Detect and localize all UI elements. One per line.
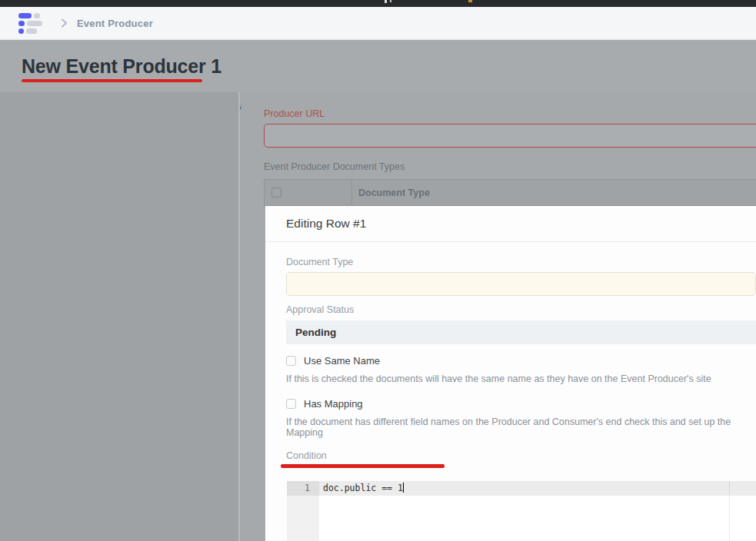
column-header-document-type: Document Type [352,180,756,205]
title-bar: New Event Producer 1 Not Saved [0,40,756,92]
select-all-cell [265,180,352,205]
chevron-right-icon [58,18,69,28]
document-types-section-label: Event Producer Document Types [264,161,405,172]
panel-body: Document Type Approval Status Pending Us… [286,243,756,541]
use-same-name-row[interactable]: Use Same Name [286,355,756,367]
approval-status-label: Approval Status [286,304,756,315]
has-mapping-label: Has Mapping [304,398,363,410]
editing-row-panel: Editing Row #1 Document Type Approval St… [265,206,756,541]
app-logo-icon[interactable] [18,13,45,34]
browser-top-strip [0,0,756,7]
approval-status-value: Pending [286,320,756,344]
producer-url-label: Producer URL [264,108,325,119]
use-same-name-label: Use Same Name [304,355,380,367]
has-mapping-row[interactable]: Has Mapping [286,398,756,410]
annotation-underline-code [281,464,445,468]
text-cursor-icon [403,483,405,493]
editor-line-number: 1 [287,483,310,493]
breadcrumb[interactable]: Event Producer [77,18,153,29]
panel-title: Editing Row #1 [286,217,366,231]
use-same-name-checkbox[interactable] [286,356,296,366]
has-mapping-help: If the document has different field name… [286,417,756,438]
select-all-checkbox[interactable] [271,188,281,197]
use-same-name-help: If this is checked the documents will ha… [286,373,756,384]
editor-code-line[interactable]: doc.public == 1 [323,483,404,493]
annotation-underline-title [22,79,202,82]
panel-header: Editing Row #1 [265,206,756,242]
document-type-label: Document Type [286,257,756,267]
page-title: New Event Producer 1 [22,55,221,78]
condition-code-editor[interactable]: 1 doc.public == 1 [287,481,756,541]
document-type-input[interactable] [286,272,756,296]
document-types-table-header: Document Type [264,179,756,206]
producer-url-input[interactable] [264,124,756,148]
has-mapping-checkbox[interactable] [286,399,296,409]
sidebar [0,92,240,541]
tab-text-fragment-icon [385,0,387,3]
condition-label: Condition [286,450,756,461]
app-header: Event Producer [0,7,756,40]
tab-favicon-fragment-icon [468,0,472,2]
code-text: doc.public == 1 [323,483,403,493]
tab-text-fragment-icon [390,0,391,2]
